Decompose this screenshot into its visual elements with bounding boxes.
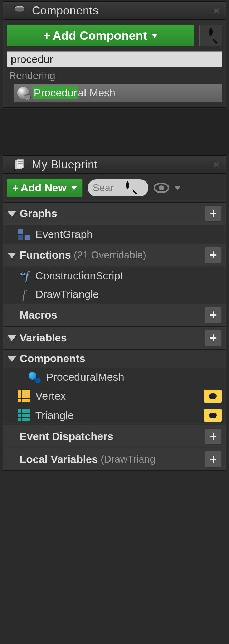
- close-icon[interactable]: ×: [214, 159, 219, 170]
- expand-icon: [8, 335, 16, 341]
- svg-rect-5: [18, 163, 23, 164]
- search-button[interactable]: [199, 25, 222, 46]
- components-tab-title: Components: [32, 4, 98, 17]
- plus-icon: +: [12, 182, 19, 194]
- expand-icon: [8, 253, 16, 258]
- search-icon: [204, 29, 217, 42]
- category-variables[interactable]: Variables +: [3, 326, 226, 349]
- add-new-label: Add New: [21, 182, 67, 194]
- blueprint-toolbar: + Add New: [3, 174, 226, 202]
- item-triangle[interactable]: Triangle: [3, 406, 226, 425]
- add-function-button[interactable]: +: [205, 247, 221, 263]
- dropdown-category-label: Rendering: [7, 67, 222, 84]
- item-proceduralmesh[interactable]: ProceduralMesh: [3, 368, 226, 386]
- add-component-button[interactable]: + Add Component: [7, 25, 194, 46]
- add-dispatcher-button[interactable]: +: [205, 428, 221, 445]
- dropdown-result-label: Procedural Mesh: [33, 87, 116, 99]
- visibility-toggle[interactable]: [204, 409, 222, 422]
- function-icon: f: [18, 288, 30, 301]
- blueprint-search[interactable]: [88, 179, 148, 196]
- view-options-button[interactable]: [154, 183, 181, 193]
- category-local-variables[interactable]: Local Variables (DrawTriang +: [3, 448, 226, 471]
- array-icon: [18, 390, 30, 403]
- add-macro-button[interactable]: +: [205, 307, 221, 323]
- category-event-dispatchers[interactable]: Event Dispatchers +: [3, 425, 226, 448]
- array-icon: [18, 409, 30, 422]
- components-panel: Components × + Add Component Rendering P…: [3, 1, 226, 108]
- my-blueprint-panel: My Blueprint × + Add New Graphs + EventG…: [3, 155, 226, 471]
- component-filter-input[interactable]: [7, 51, 222, 67]
- graph-icon: [18, 228, 30, 241]
- expand-icon: [8, 356, 16, 362]
- close-icon[interactable]: ×: [214, 5, 219, 16]
- item-drawtriangle[interactable]: f DrawTriangle: [3, 285, 226, 304]
- eye-icon: [209, 413, 217, 418]
- chevron-down-icon: [71, 186, 77, 190]
- my-blueprint-tab[interactable]: My Blueprint ×: [3, 156, 226, 174]
- add-local-var-button[interactable]: +: [205, 451, 221, 468]
- add-new-button[interactable]: + Add New: [7, 179, 83, 197]
- add-graph-button[interactable]: +: [205, 205, 221, 222]
- components-icon: [14, 5, 25, 16]
- mesh-icon: [17, 87, 29, 99]
- eye-icon: [209, 393, 217, 399]
- add-variable-button[interactable]: +: [205, 330, 221, 346]
- item-constructionscript[interactable]: *f ConstructionScript: [3, 266, 226, 285]
- plus-icon: +: [43, 29, 50, 43]
- category-macros[interactable]: Macros +: [3, 304, 226, 326]
- blueprint-tree: Graphs + EventGraph Functions (21 Overri…: [3, 202, 226, 471]
- eye-icon: [154, 183, 169, 193]
- visibility-toggle[interactable]: [204, 389, 222, 403]
- svg-rect-4: [18, 161, 23, 162]
- dropdown-result-procedural-mesh[interactable]: Procedural Mesh: [13, 84, 222, 102]
- item-vertex[interactable]: Vertex: [3, 386, 226, 406]
- category-functions[interactable]: Functions (21 Overridable) +: [3, 244, 226, 266]
- blueprint-search-input[interactable]: [93, 182, 125, 194]
- components-body: + Add Component Rendering Procedural Mes…: [3, 20, 226, 107]
- expand-icon: [8, 211, 16, 217]
- category-components-var[interactable]: Components: [3, 349, 226, 368]
- component-icon: [28, 371, 41, 384]
- blueprint-icon: [14, 159, 25, 170]
- spacer: [0, 109, 229, 155]
- components-tab[interactable]: Components ×: [3, 2, 226, 20]
- chevron-down-icon: [174, 186, 181, 190]
- search-icon: [126, 183, 136, 193]
- function-icon: *f: [18, 269, 30, 282]
- my-blueprint-tab-title: My Blueprint: [32, 158, 98, 171]
- category-graphs[interactable]: Graphs +: [3, 202, 226, 225]
- item-eventgraph[interactable]: EventGraph: [3, 225, 226, 244]
- chevron-down-icon: [151, 34, 158, 38]
- svg-rect-3: [17, 159, 24, 168]
- add-component-label: Add Component: [53, 29, 147, 43]
